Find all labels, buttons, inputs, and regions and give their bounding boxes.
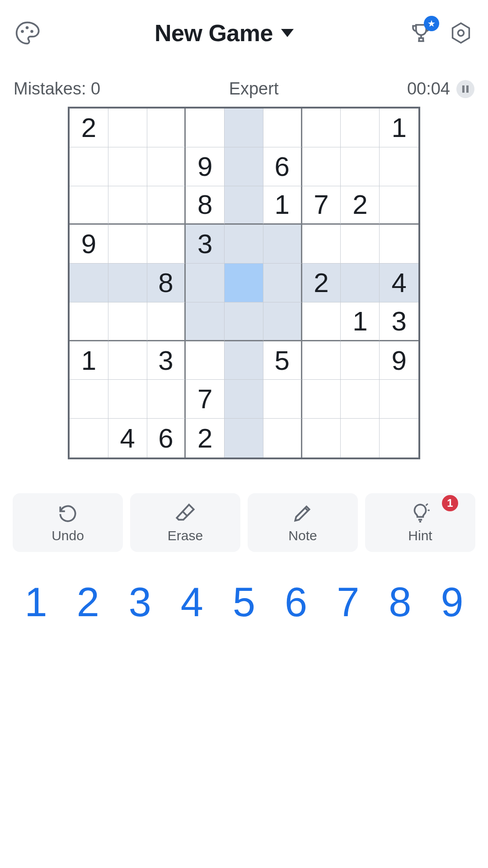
hint-icon xyxy=(409,502,432,524)
sudoku-cell[interactable] xyxy=(186,108,225,147)
sudoku-cell[interactable] xyxy=(70,147,108,186)
sudoku-cell[interactable] xyxy=(341,341,380,380)
numpad-3[interactable]: 3 xyxy=(114,579,166,626)
sudoku-cell[interactable]: 1 xyxy=(263,186,302,225)
sudoku-cell[interactable] xyxy=(302,108,341,147)
numpad-6[interactable]: 6 xyxy=(270,579,322,626)
pause-button[interactable] xyxy=(456,80,474,98)
sudoku-cell[interactable] xyxy=(225,147,263,186)
sudoku-cell[interactable] xyxy=(380,186,418,225)
sudoku-cell[interactable] xyxy=(147,225,186,264)
sudoku-cell[interactable] xyxy=(341,225,380,264)
sudoku-cell[interactable] xyxy=(147,108,186,147)
sudoku-cell[interactable]: 2 xyxy=(302,264,341,302)
sudoku-cell[interactable]: 6 xyxy=(263,147,302,186)
sudoku-cell[interactable]: 3 xyxy=(186,225,225,264)
sudoku-cell[interactable] xyxy=(108,264,147,302)
sudoku-cell[interactable]: 8 xyxy=(186,186,225,225)
sudoku-cell[interactable]: 3 xyxy=(380,302,418,341)
numpad-2[interactable]: 2 xyxy=(62,579,114,626)
sudoku-cell[interactable] xyxy=(225,108,263,147)
trophy-button[interactable]: ★ xyxy=(408,19,435,47)
sudoku-cell[interactable] xyxy=(302,380,341,419)
sudoku-cell[interactable] xyxy=(108,380,147,419)
sudoku-cell[interactable] xyxy=(263,225,302,264)
sudoku-cell[interactable] xyxy=(186,302,225,341)
sudoku-cell[interactable] xyxy=(302,302,341,341)
sudoku-cell[interactable] xyxy=(380,380,418,419)
undo-button[interactable]: Undo xyxy=(13,493,123,552)
numpad-9[interactable]: 9 xyxy=(426,579,478,626)
sudoku-cell[interactable] xyxy=(147,147,186,186)
sudoku-cell[interactable] xyxy=(70,186,108,225)
sudoku-cell[interactable] xyxy=(147,186,186,225)
sudoku-cell[interactable] xyxy=(341,147,380,186)
sudoku-cell[interactable] xyxy=(263,264,302,302)
sudoku-cell[interactable] xyxy=(302,341,341,380)
sudoku-cell[interactable] xyxy=(147,302,186,341)
settings-button[interactable] xyxy=(447,19,474,47)
sudoku-cell[interactable]: 8 xyxy=(147,264,186,302)
note-button[interactable]: Note xyxy=(248,493,358,552)
sudoku-cell[interactable]: 6 xyxy=(147,419,186,458)
sudoku-cell[interactable] xyxy=(302,147,341,186)
sudoku-cell[interactable] xyxy=(108,147,147,186)
sudoku-cell[interactable] xyxy=(70,380,108,419)
sudoku-cell[interactable]: 7 xyxy=(186,380,225,419)
numpad-4[interactable]: 4 xyxy=(166,579,218,626)
sudoku-cell[interactable] xyxy=(225,419,263,458)
sudoku-cell[interactable] xyxy=(186,341,225,380)
sudoku-cell[interactable] xyxy=(341,419,380,458)
sudoku-cell[interactable]: 3 xyxy=(147,341,186,380)
sudoku-cell[interactable] xyxy=(263,380,302,419)
sudoku-cell[interactable] xyxy=(147,380,186,419)
erase-button[interactable]: Erase xyxy=(130,493,240,552)
sudoku-cell[interactable] xyxy=(108,302,147,341)
sudoku-cell[interactable]: 1 xyxy=(380,108,418,147)
sudoku-cell[interactable] xyxy=(70,302,108,341)
sudoku-cell[interactable] xyxy=(380,225,418,264)
sudoku-cell[interactable]: 9 xyxy=(70,225,108,264)
sudoku-cell[interactable] xyxy=(225,186,263,225)
sudoku-cell[interactable]: 1 xyxy=(341,302,380,341)
sudoku-cell[interactable] xyxy=(263,419,302,458)
palette-button[interactable] xyxy=(14,19,41,47)
new-game-dropdown[interactable]: New Game xyxy=(155,19,294,47)
sudoku-cell[interactable] xyxy=(302,419,341,458)
sudoku-cell[interactable]: 4 xyxy=(380,264,418,302)
numpad-8[interactable]: 8 xyxy=(374,579,426,626)
sudoku-cell[interactable] xyxy=(225,341,263,380)
sudoku-cell[interactable] xyxy=(341,380,380,419)
sudoku-cell[interactable]: 2 xyxy=(186,419,225,458)
sudoku-cell[interactable] xyxy=(225,380,263,419)
sudoku-cell[interactable] xyxy=(263,108,302,147)
sudoku-cell[interactable] xyxy=(341,264,380,302)
sudoku-cell[interactable] xyxy=(341,108,380,147)
sudoku-cell[interactable] xyxy=(108,186,147,225)
sudoku-cell[interactable] xyxy=(108,108,147,147)
sudoku-cell[interactable]: 5 xyxy=(263,341,302,380)
sudoku-cell[interactable] xyxy=(108,225,147,264)
sudoku-cell[interactable] xyxy=(70,264,108,302)
sudoku-cell[interactable] xyxy=(263,302,302,341)
numpad-5[interactable]: 5 xyxy=(218,579,270,626)
sudoku-cell[interactable] xyxy=(225,264,263,302)
sudoku-cell[interactable] xyxy=(70,419,108,458)
sudoku-cell[interactable]: 4 xyxy=(108,419,147,458)
sudoku-cell[interactable]: 9 xyxy=(186,147,225,186)
sudoku-cell[interactable]: 2 xyxy=(341,186,380,225)
sudoku-cell[interactable] xyxy=(108,341,147,380)
sudoku-cell[interactable] xyxy=(186,264,225,302)
sudoku-cell[interactable] xyxy=(225,225,263,264)
sudoku-cell[interactable]: 1 xyxy=(70,341,108,380)
sudoku-cell[interactable]: 9 xyxy=(380,341,418,380)
numpad-7[interactable]: 7 xyxy=(322,579,374,626)
sudoku-cell[interactable]: 7 xyxy=(302,186,341,225)
sudoku-cell[interactable] xyxy=(302,225,341,264)
numpad-1[interactable]: 1 xyxy=(10,579,62,626)
sudoku-cell[interactable] xyxy=(380,419,418,458)
sudoku-cell[interactable]: 2 xyxy=(70,108,108,147)
hint-button[interactable]: 1 Hint xyxy=(365,493,475,552)
sudoku-cell[interactable] xyxy=(225,302,263,341)
sudoku-cell[interactable] xyxy=(380,147,418,186)
